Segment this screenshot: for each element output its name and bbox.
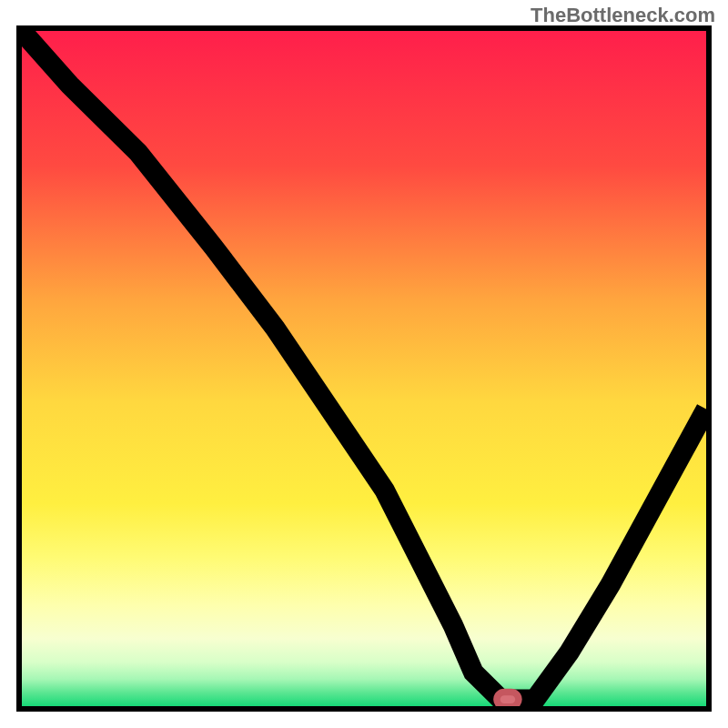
bottleneck-curve bbox=[22, 31, 706, 700]
watermark-label: TheBottleneck.com bbox=[531, 4, 715, 27]
bottleneck-marker bbox=[497, 692, 519, 706]
curve-layer bbox=[22, 31, 706, 706]
plot-area bbox=[22, 31, 706, 706]
chart-container: TheBottleneck.com bbox=[0, 0, 728, 728]
plot-frame bbox=[16, 25, 712, 712]
